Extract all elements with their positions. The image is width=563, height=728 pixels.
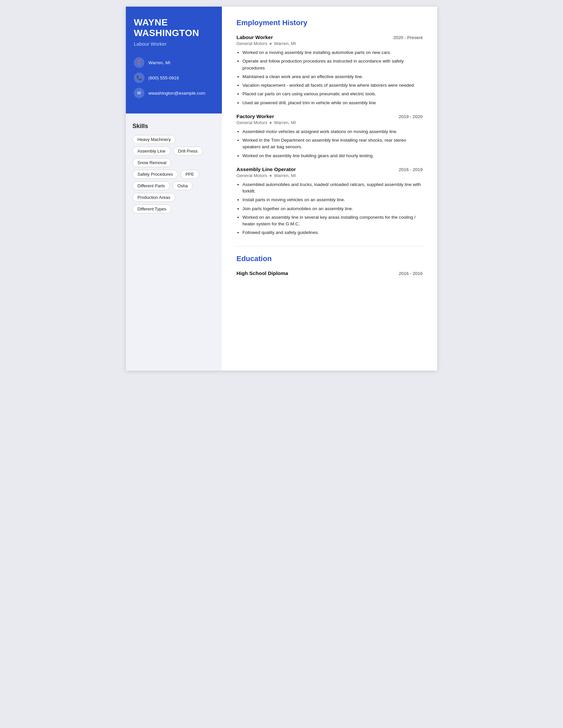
jobs-container: Labour Worker2020 - PresentGeneral Motor… bbox=[236, 34, 423, 236]
job-company: General Motors bbox=[236, 41, 267, 46]
job-header: Labour Worker2020 - Present bbox=[236, 34, 423, 40]
bullet-item: Assembled motor vehicles at assigned wor… bbox=[242, 128, 423, 135]
bullet-item: Placed car parts on cars using various p… bbox=[242, 91, 423, 97]
skill-tag: Snow Removal bbox=[132, 158, 171, 167]
bullet-item: Operate and follow production procedures… bbox=[242, 58, 423, 71]
job-bullets: Assembled automobiles and trucks, loaded… bbox=[242, 181, 423, 236]
job-bullets: Worked on a moving assembly line install… bbox=[242, 49, 423, 106]
education-entry: High School Diploma2016 - 2016 bbox=[236, 270, 423, 276]
skill-tag: PPE bbox=[180, 170, 199, 179]
job-entry: Factory Worker2019 - 2020General Motors●… bbox=[236, 114, 423, 159]
edu-degree: High School Diploma bbox=[236, 270, 288, 276]
bullet-item: Vacation replacement - worked all facets… bbox=[242, 82, 423, 89]
candidate-title: Labour Worker bbox=[134, 41, 214, 47]
job-location: Warren, MI bbox=[274, 120, 296, 125]
phone-text: (600) 555-0916 bbox=[148, 75, 179, 80]
skill-tag: Production Areas bbox=[132, 193, 175, 202]
job-header: Assembly Line Operator2016 - 2019 bbox=[236, 166, 423, 172]
sidebar-contact: 📍 Warren, MI 📞 (600) 555-0916 ✉ wwashing… bbox=[126, 57, 222, 114]
job-title: Labour Worker bbox=[236, 34, 273, 40]
candidate-name: WAYNE WASHINGTON bbox=[134, 17, 214, 38]
job-location: Warren, MI bbox=[274, 173, 296, 178]
bullet-item: Worked on an assembly line in several ke… bbox=[242, 214, 423, 228]
job-header: Factory Worker2019 - 2020 bbox=[236, 114, 423, 119]
meta-dot: ● bbox=[269, 120, 272, 125]
bullet-item: Followed quality and safety guidelines. bbox=[242, 229, 423, 236]
section-divider bbox=[236, 246, 423, 247]
location-icon: 📍 bbox=[134, 57, 144, 68]
skill-tag: Different Types bbox=[132, 205, 171, 213]
skill-tag: Safety Procedures bbox=[132, 170, 178, 179]
job-entry: Assembly Line Operator2016 - 2019General… bbox=[236, 166, 423, 236]
job-dates: 2016 - 2019 bbox=[399, 167, 423, 172]
sidebar: WAYNE WASHINGTON Labour Worker 📍 Warren,… bbox=[126, 7, 222, 371]
meta-dot: ● bbox=[269, 173, 272, 178]
skill-tag: Drill Press bbox=[173, 147, 203, 156]
job-title: Assembly Line Operator bbox=[236, 166, 296, 172]
job-dates: 2020 - Present bbox=[393, 35, 423, 40]
job-location: Warren, MI bbox=[274, 41, 296, 46]
contact-phone: 📞 (600) 555-0916 bbox=[134, 72, 214, 83]
skills-list: Heavy MachineryAssembly LineDrill PressS… bbox=[132, 135, 215, 213]
job-dates: 2019 - 2020 bbox=[399, 114, 423, 119]
job-meta: General Motors●Warren, MI bbox=[236, 173, 423, 178]
bullet-item: Worked on the assembly line building gea… bbox=[242, 153, 423, 159]
sidebar-header: WAYNE WASHINGTON Labour Worker bbox=[126, 7, 222, 57]
location-text: Warren, MI bbox=[148, 60, 170, 65]
email-icon: ✉ bbox=[134, 88, 144, 98]
contact-location: 📍 Warren, MI bbox=[134, 57, 214, 68]
bullet-item: Assembled automobiles and trucks, loaded… bbox=[242, 181, 423, 195]
bullet-item: Install parts in moving vehicles on an a… bbox=[242, 197, 423, 203]
bullet-item: Join parts together on automobiles on an… bbox=[242, 205, 423, 212]
main-content: Employment History Labour Worker2020 - P… bbox=[222, 7, 437, 371]
email-text: wwashington@example.com bbox=[148, 91, 205, 96]
phone-icon: 📞 bbox=[134, 72, 144, 83]
meta-dot: ● bbox=[269, 41, 272, 46]
job-bullets: Assembled motor vehicles at assigned wor… bbox=[242, 128, 423, 159]
job-meta: General Motors●Warren, MI bbox=[236, 41, 423, 46]
bullet-item: Used air powered drill, placed trim in v… bbox=[242, 100, 423, 106]
skill-tag: Different Parts bbox=[132, 181, 170, 190]
skills-heading: Skills bbox=[132, 123, 215, 130]
employment-section: Employment History Labour Worker2020 - P… bbox=[236, 19, 423, 236]
bullet-item: Worked in the Trim Department on assembl… bbox=[242, 137, 423, 151]
skill-tag: Osha bbox=[172, 181, 193, 190]
education-heading: Education bbox=[236, 254, 423, 264]
job-title: Factory Worker bbox=[236, 114, 274, 119]
job-company: General Motors bbox=[236, 120, 267, 125]
job-company: General Motors bbox=[236, 173, 267, 178]
skill-tag: Assembly Line bbox=[132, 147, 170, 156]
employment-heading: Employment History bbox=[236, 19, 423, 28]
contact-email: ✉ wwashington@example.com bbox=[134, 88, 214, 98]
edu-dates: 2016 - 2016 bbox=[399, 271, 423, 276]
education-section: Education High School Diploma2016 - 2016 bbox=[236, 254, 423, 276]
job-meta: General Motors●Warren, MI bbox=[236, 120, 423, 125]
job-entry: Labour Worker2020 - PresentGeneral Motor… bbox=[236, 34, 423, 106]
bullet-item: Maintained a clean work area and an effe… bbox=[242, 73, 423, 80]
resume-container: WAYNE WASHINGTON Labour Worker 📍 Warren,… bbox=[126, 7, 437, 371]
education-container: High School Diploma2016 - 2016 bbox=[236, 270, 423, 276]
bullet-item: Worked on a moving assembly line install… bbox=[242, 49, 423, 56]
sidebar-body: Skills Heavy MachineryAssembly LineDrill… bbox=[126, 114, 222, 371]
skill-tag: Heavy Machinery bbox=[132, 135, 175, 144]
edu-header: High School Diploma2016 - 2016 bbox=[236, 270, 423, 276]
